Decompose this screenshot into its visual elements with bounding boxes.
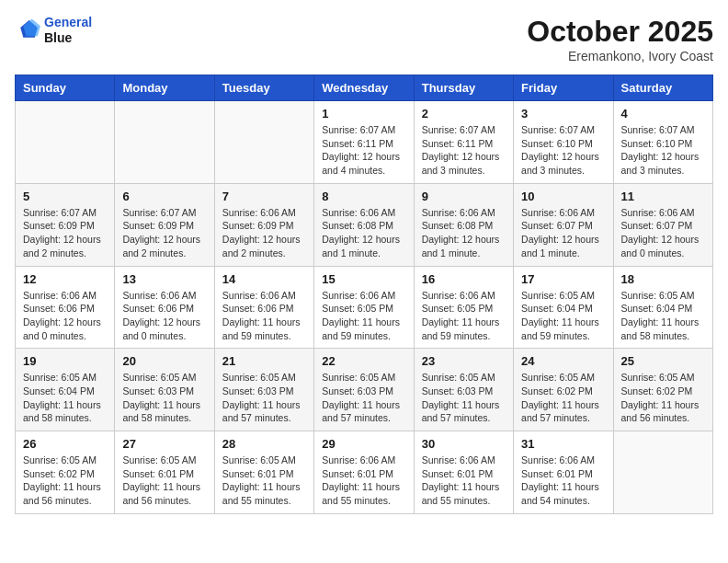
weekday-header-saturday: Saturday (613, 75, 712, 101)
day-number: 5 (23, 190, 107, 203)
day-number: 9 (422, 190, 506, 203)
day-number: 17 (521, 272, 605, 286)
logo: General Blue (15, 15, 92, 46)
day-number: 20 (122, 354, 206, 368)
day-info: Sunrise: 6:06 AM Sunset: 6:06 PM Dayligh… (23, 289, 107, 343)
weekday-header-thursday: Thursday (414, 75, 513, 101)
day-info: Sunrise: 6:07 AM Sunset: 6:09 PM Dayligh… (122, 206, 206, 260)
calendar-cell: 7Sunrise: 6:06 AM Sunset: 6:09 PM Daylig… (214, 183, 313, 266)
calendar-cell (16, 101, 115, 184)
day-number: 29 (322, 437, 405, 451)
weekday-header-sunday: Sunday (16, 75, 115, 101)
title-section: October 2025 Eremankono, Ivory Coast (527, 15, 713, 63)
day-info: Sunrise: 6:06 AM Sunset: 6:05 PM Dayligh… (322, 289, 405, 343)
day-number: 26 (23, 437, 107, 451)
calendar-cell: 12Sunrise: 6:06 AM Sunset: 6:06 PM Dayli… (16, 266, 115, 349)
calendar-cell: 16Sunrise: 6:06 AM Sunset: 6:05 PM Dayli… (414, 266, 513, 349)
calendar-cell: 8Sunrise: 6:06 AM Sunset: 6:08 PM Daylig… (314, 183, 414, 266)
day-info: Sunrise: 6:07 AM Sunset: 6:09 PM Dayligh… (23, 206, 107, 260)
day-info: Sunrise: 6:06 AM Sunset: 6:06 PM Dayligh… (222, 289, 306, 343)
calendar-cell: 11Sunrise: 6:06 AM Sunset: 6:07 PM Dayli… (613, 183, 712, 266)
day-number: 1 (322, 107, 405, 121)
day-info: Sunrise: 6:06 AM Sunset: 6:07 PM Dayligh… (621, 206, 705, 260)
day-number: 18 (621, 272, 705, 286)
page-header: General Blue October 2025 Eremankono, Iv… (15, 15, 713, 63)
weekday-header-friday: Friday (514, 75, 613, 101)
day-info: Sunrise: 6:06 AM Sunset: 6:08 PM Dayligh… (322, 206, 405, 260)
day-info: Sunrise: 6:05 AM Sunset: 6:03 PM Dayligh… (422, 371, 506, 425)
day-info: Sunrise: 6:06 AM Sunset: 6:01 PM Dayligh… (322, 454, 405, 508)
calendar-cell (115, 101, 214, 184)
calendar-cell: 1Sunrise: 6:07 AM Sunset: 6:11 PM Daylig… (314, 101, 414, 184)
weekday-header-tuesday: Tuesday (214, 75, 313, 101)
logo-text: General Blue (44, 15, 92, 46)
day-info: Sunrise: 6:05 AM Sunset: 6:03 PM Dayligh… (122, 371, 206, 425)
day-info: Sunrise: 6:05 AM Sunset: 6:01 PM Dayligh… (222, 454, 306, 508)
calendar-cell: 5Sunrise: 6:07 AM Sunset: 6:09 PM Daylig… (16, 183, 115, 266)
calendar-cell: 13Sunrise: 6:06 AM Sunset: 6:06 PM Dayli… (115, 266, 214, 349)
weekday-header-row: SundayMondayTuesdayWednesdayThursdayFrid… (16, 75, 713, 101)
calendar-cell (613, 431, 712, 514)
week-row-2: 5Sunrise: 6:07 AM Sunset: 6:09 PM Daylig… (16, 183, 713, 266)
day-number: 24 (521, 354, 605, 368)
day-number: 30 (422, 437, 506, 451)
day-number: 31 (521, 437, 605, 451)
day-number: 14 (222, 272, 306, 286)
calendar-cell: 14Sunrise: 6:06 AM Sunset: 6:06 PM Dayli… (214, 266, 313, 349)
day-info: Sunrise: 6:07 AM Sunset: 6:11 PM Dayligh… (422, 123, 506, 178)
calendar-cell: 2Sunrise: 6:07 AM Sunset: 6:11 PM Daylig… (414, 101, 513, 184)
weekday-header-wednesday: Wednesday (314, 75, 414, 101)
week-row-1: 1Sunrise: 6:07 AM Sunset: 6:11 PM Daylig… (16, 101, 713, 184)
day-info: Sunrise: 6:07 AM Sunset: 6:10 PM Dayligh… (621, 123, 705, 178)
calendar-cell: 28Sunrise: 6:05 AM Sunset: 6:01 PM Dayli… (214, 431, 313, 514)
calendar-cell: 24Sunrise: 6:05 AM Sunset: 6:02 PM Dayli… (514, 349, 613, 431)
logo-line1: General (44, 15, 92, 29)
calendar-cell: 30Sunrise: 6:06 AM Sunset: 6:01 PM Dayli… (414, 431, 513, 514)
logo-line2: Blue (44, 30, 92, 46)
day-info: Sunrise: 6:07 AM Sunset: 6:10 PM Dayligh… (521, 123, 605, 178)
day-info: Sunrise: 6:07 AM Sunset: 6:11 PM Dayligh… (322, 123, 405, 178)
day-info: Sunrise: 6:06 AM Sunset: 6:06 PM Dayligh… (122, 289, 206, 343)
calendar-cell: 18Sunrise: 6:05 AM Sunset: 6:04 PM Dayli… (613, 266, 712, 349)
calendar-cell: 21Sunrise: 6:05 AM Sunset: 6:03 PM Dayli… (214, 349, 313, 431)
day-number: 4 (621, 107, 705, 121)
calendar-cell: 19Sunrise: 6:05 AM Sunset: 6:04 PM Dayli… (16, 349, 115, 431)
calendar-cell: 23Sunrise: 6:05 AM Sunset: 6:03 PM Dayli… (414, 349, 513, 431)
day-number: 23 (422, 354, 506, 368)
day-info: Sunrise: 6:05 AM Sunset: 6:03 PM Dayligh… (222, 371, 306, 425)
calendar-cell (214, 101, 313, 184)
day-number: 2 (422, 107, 506, 121)
day-info: Sunrise: 6:06 AM Sunset: 6:07 PM Dayligh… (521, 206, 605, 260)
day-number: 21 (222, 354, 306, 368)
logo-icon (15, 17, 40, 43)
weekday-header-monday: Monday (115, 75, 214, 101)
calendar-cell: 27Sunrise: 6:05 AM Sunset: 6:01 PM Dayli… (115, 431, 214, 514)
calendar-cell: 9Sunrise: 6:06 AM Sunset: 6:08 PM Daylig… (414, 183, 513, 266)
calendar-cell: 17Sunrise: 6:05 AM Sunset: 6:04 PM Dayli… (514, 266, 613, 349)
day-info: Sunrise: 6:06 AM Sunset: 6:01 PM Dayligh… (422, 454, 506, 508)
day-info: Sunrise: 6:05 AM Sunset: 6:04 PM Dayligh… (521, 289, 605, 343)
day-info: Sunrise: 6:05 AM Sunset: 6:02 PM Dayligh… (23, 454, 107, 508)
day-info: Sunrise: 6:05 AM Sunset: 6:03 PM Dayligh… (322, 371, 405, 425)
calendar-cell: 26Sunrise: 6:05 AM Sunset: 6:02 PM Dayli… (16, 431, 115, 514)
calendar-cell: 15Sunrise: 6:06 AM Sunset: 6:05 PM Dayli… (314, 266, 414, 349)
week-row-5: 26Sunrise: 6:05 AM Sunset: 6:02 PM Dayli… (16, 431, 713, 514)
day-info: Sunrise: 6:05 AM Sunset: 6:04 PM Dayligh… (621, 289, 705, 343)
month-title: October 2025 (527, 15, 713, 49)
calendar-cell: 6Sunrise: 6:07 AM Sunset: 6:09 PM Daylig… (115, 183, 214, 266)
day-number: 7 (222, 190, 306, 203)
day-number: 16 (422, 272, 506, 286)
day-number: 6 (122, 190, 206, 203)
day-number: 10 (521, 190, 605, 203)
day-number: 11 (621, 190, 705, 203)
day-info: Sunrise: 6:06 AM Sunset: 6:05 PM Dayligh… (422, 289, 506, 343)
day-number: 27 (122, 437, 206, 451)
day-info: Sunrise: 6:05 AM Sunset: 6:02 PM Dayligh… (521, 371, 605, 425)
calendar-cell: 31Sunrise: 6:06 AM Sunset: 6:01 PM Dayli… (514, 431, 613, 514)
day-info: Sunrise: 6:06 AM Sunset: 6:01 PM Dayligh… (521, 454, 605, 508)
calendar-cell: 4Sunrise: 6:07 AM Sunset: 6:10 PM Daylig… (613, 101, 712, 184)
svg-marker-1 (23, 18, 40, 36)
day-number: 3 (521, 107, 605, 121)
calendar-cell: 20Sunrise: 6:05 AM Sunset: 6:03 PM Dayli… (115, 349, 214, 431)
calendar-cell: 10Sunrise: 6:06 AM Sunset: 6:07 PM Dayli… (514, 183, 613, 266)
